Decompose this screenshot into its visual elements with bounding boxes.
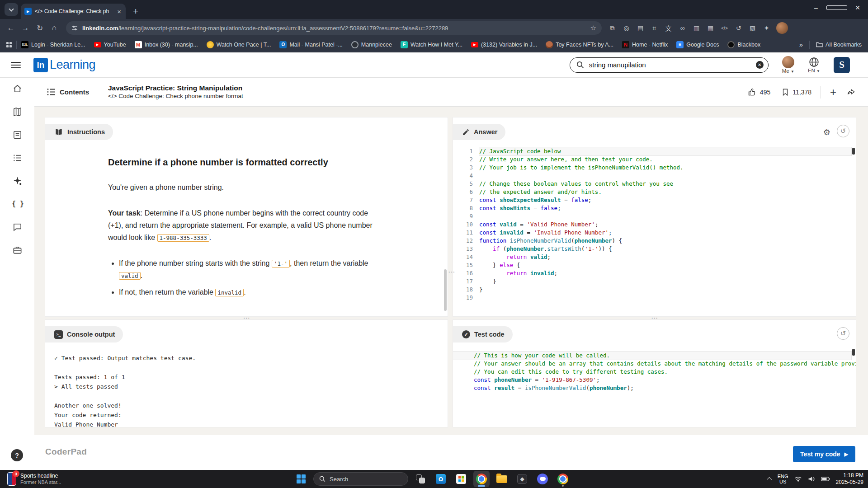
sidebar-item-contents[interactable] <box>12 152 23 163</box>
sidebar-item-career[interactable] <box>12 244 23 255</box>
bookmark-item[interactable]: D2LLogin - Sheridan Le... <box>21 41 85 48</box>
test-my-code-button[interactable]: Test my code ▶ <box>793 446 855 462</box>
all-bookmarks-button[interactable]: All Bookmarks <box>816 42 862 48</box>
bookmark-item[interactable]: OMail - Mansi Patel -... <box>279 41 342 48</box>
language-indicator[interactable]: ENG US <box>778 474 788 484</box>
instructions-scrollbar[interactable] <box>444 269 447 311</box>
taskbar-search[interactable]: Search <box>313 472 408 486</box>
instructions-tab[interactable]: Instructions <box>45 124 113 140</box>
sidebar-item-home[interactable] <box>12 83 23 94</box>
chrome-icon <box>476 474 487 484</box>
tab-search-button[interactable] <box>5 3 18 16</box>
bookmark-item[interactable]: Watch One Pace | T... <box>207 41 271 48</box>
history-icon[interactable]: ↺ <box>732 24 745 32</box>
taskbar-chrome-profile[interactable] <box>555 471 571 487</box>
add-button[interactable]: + <box>830 86 836 99</box>
taskbar-chrome-active[interactable] <box>473 471 490 487</box>
editor-settings-gear-icon[interactable]: ⚙ <box>823 127 830 137</box>
bookmark-item[interactable]: Toy Faces NFTs by A... <box>546 41 613 48</box>
wifi-icon[interactable] <box>794 476 802 482</box>
reset-test-code-button[interactable]: ↺ <box>837 327 849 340</box>
share-icon[interactable] <box>846 88 856 97</box>
window-close-button[interactable]: ✕ <box>847 0 868 15</box>
answer-editor-scrollbar[interactable] <box>852 148 855 155</box>
notes-icon[interactable]: ▧ <box>746 24 759 32</box>
clock[interactable]: 1:18 PM 2025-05-29 <box>836 472 863 486</box>
left-horizontal-splitter[interactable]: ⋯ <box>45 316 448 320</box>
sidebar-item-ai-coach[interactable] <box>12 175 23 186</box>
translate-icon[interactable]: 文 <box>662 23 675 33</box>
clear-search-icon[interactable]: ✕ <box>756 61 764 69</box>
vertical-splitter[interactable]: ⋮ <box>448 117 453 427</box>
calendar-icon[interactable]: ▦ <box>704 24 717 32</box>
window-maximize-button[interactable] <box>826 0 847 15</box>
home-button[interactable]: ⌂ <box>47 23 61 33</box>
tray-chevron-up-icon[interactable] <box>767 477 772 482</box>
taskbar-diamond-app[interactable]: ◆ <box>514 471 530 487</box>
browser-profile-avatar[interactable] <box>776 22 788 34</box>
window-minimize-button[interactable]: – <box>806 0 826 15</box>
bookmark-label: Mannpiecee <box>361 42 392 48</box>
hamburger-menu-icon[interactable] <box>11 62 21 68</box>
tab-close-icon[interactable]: × <box>116 8 122 15</box>
search-bar[interactable]: ✕ <box>570 57 769 73</box>
contents-button[interactable]: Contents <box>47 88 89 96</box>
print-icon[interactable]: ▤ <box>634 24 646 32</box>
bookmark-item[interactable]: MInbox (30) - mansip... <box>135 41 198 48</box>
send-tab-icon[interactable]: ⧉ <box>606 24 618 32</box>
browser-tab[interactable]: ▶ </> Code Challenge: Check ph × <box>21 4 126 19</box>
bookmarks-overflow-button[interactable]: » <box>799 41 803 48</box>
save-button[interactable]: 11,378 <box>781 88 811 97</box>
task-view-button[interactable] <box>412 471 429 487</box>
help-button[interactable]: ? <box>11 449 23 461</box>
linkedin-learning-logo[interactable]: in Learning <box>33 58 95 72</box>
console-output-tab[interactable]: >_ Console output <box>45 326 123 343</box>
forward-button[interactable]: → <box>18 23 33 33</box>
start-button[interactable] <box>293 471 309 487</box>
extensions-icon[interactable]: ✦ <box>760 24 773 32</box>
location-pin-icon[interactable]: ◎ <box>620 24 632 32</box>
back-button[interactable]: ← <box>4 23 18 33</box>
screenshot-icon[interactable]: ⌗ <box>648 24 660 32</box>
test-code-tab[interactable]: ✓ Test code <box>453 326 513 343</box>
sidebar-item-feedback[interactable] <box>12 221 23 232</box>
bookmark-item[interactable]: ≡Google Docs <box>676 41 719 48</box>
answer-tab[interactable]: Answer <box>453 124 505 140</box>
new-tab-button[interactable]: + <box>130 6 141 16</box>
bookmark-item[interactable]: ▶YouTube <box>94 42 126 48</box>
copy-link-icon[interactable]: ∞ <box>676 24 689 32</box>
bookmark-item[interactable]: Blackbox <box>727 41 760 48</box>
volume-icon[interactable] <box>808 476 815 482</box>
battery-icon[interactable] <box>821 476 830 482</box>
like-button[interactable]: 495 <box>748 88 770 97</box>
dev-code-icon[interactable]: </> <box>718 26 731 31</box>
taskbar-discord[interactable] <box>534 471 551 487</box>
bookmark-item[interactable]: NHome - Netflix <box>622 41 668 48</box>
taskbar-file-explorer[interactable] <box>494 471 510 487</box>
taskbar-outlook[interactable]: O <box>433 471 449 487</box>
sidebar-item-library[interactable] <box>12 129 23 140</box>
sidebar-item-explore[interactable] <box>12 106 23 117</box>
url-bar[interactable]: linkedin.com/learning/javascript-practic… <box>66 21 602 35</box>
apps-grid-icon[interactable] <box>6 42 12 47</box>
bookmark-item[interactable]: Mannpiecee <box>351 41 392 48</box>
language-menu[interactable]: EN ▼ <box>808 56 820 73</box>
me-menu[interactable]: Me ▼ <box>782 56 794 74</box>
news-widget[interactable]: 3 Sports headline Former NBA star... <box>4 470 65 488</box>
site-settings-icon[interactable] <box>71 25 78 31</box>
code-line: 17 } <box>453 277 851 286</box>
search-input[interactable] <box>588 61 756 69</box>
reset-code-button[interactable]: ↺ <box>837 125 849 137</box>
test-code-scrollbar[interactable] <box>852 349 855 356</box>
reload-button[interactable]: ↻ <box>33 23 47 33</box>
reading-list-icon[interactable]: ▥ <box>690 24 703 32</box>
answer-code-editor[interactable]: 1// JavaScript code below2// Write your … <box>453 147 851 316</box>
bookmark-item[interactable]: ▶(3132) Variables in J... <box>471 42 537 48</box>
sidebar-item-code-challenges[interactable]: { } <box>12 198 23 209</box>
bookmark-item[interactable]: FWatch How I Met Y... <box>401 41 462 48</box>
test-code-editor[interactable]: // This is how your code will be called.… <box>453 352 851 427</box>
right-horizontal-splitter[interactable]: ⋯ <box>453 316 856 320</box>
inline-code: invalid <box>215 289 244 296</box>
taskbar-ms-store[interactable] <box>453 471 469 487</box>
bookmark-star-icon[interactable]: ☆ <box>590 24 596 32</box>
